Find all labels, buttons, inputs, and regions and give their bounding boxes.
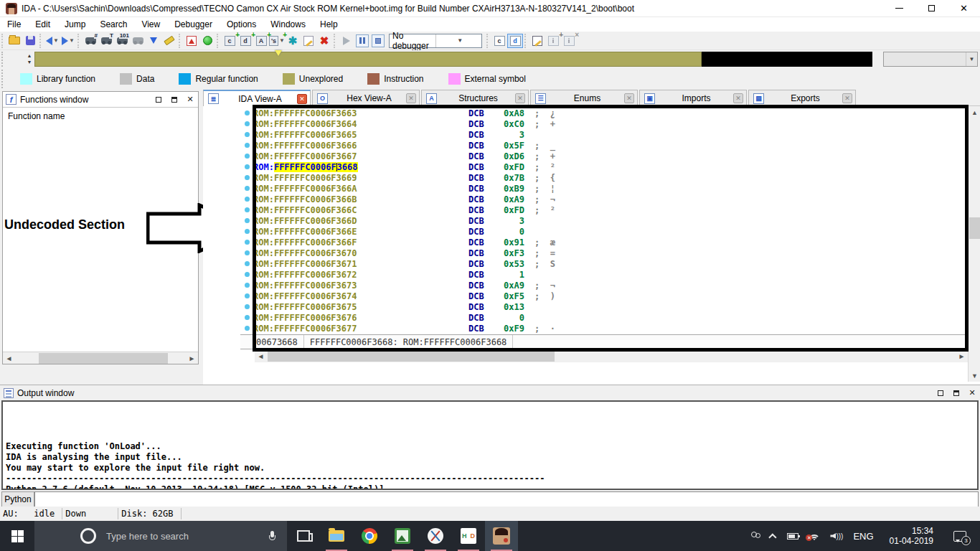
tab-structures[interactable]: AStructures✕: [421, 90, 529, 106]
tab-close-icon[interactable]: ✕: [406, 93, 416, 103]
scroll-left-icon[interactable]: ◄: [255, 350, 267, 362]
tab-exports[interactable]: ▤Exports✕: [748, 90, 856, 106]
save-icon[interactable]: [22, 34, 38, 48]
start-button[interactable]: [0, 521, 34, 551]
make-name-icon[interactable]: A+: [253, 34, 269, 48]
open-file-icon[interactable]: [6, 34, 22, 48]
debug-stop-icon[interactable]: [370, 34, 386, 48]
ida-pro-button[interactable]: [485, 521, 518, 551]
asm-line[interactable]: ROM:FFFFFFC0006F3672DCB1: [240, 269, 968, 280]
script-snippets-icon[interactable]: [529, 34, 545, 48]
scroll-right-icon[interactable]: ►: [956, 350, 968, 362]
language-button[interactable]: ENG: [848, 521, 878, 551]
asm-line[interactable]: ROM:FFFFFFC0006F366CDCB0xFD; ²: [240, 204, 968, 215]
scroll-right-icon[interactable]: ►: [186, 352, 198, 364]
listing-horizontal-scrollbar[interactable]: ◄ ►: [255, 350, 968, 362]
asm-line[interactable]: ROM:FFFFFFC0006F3666DCB0x5F; _: [240, 140, 968, 151]
debug-start-icon[interactable]: [339, 34, 354, 48]
debugger-select-arrow-icon[interactable]: ▼: [435, 34, 482, 47]
menu-item-jump[interactable]: Jump: [57, 18, 93, 31]
listing-vertical-scrollbar[interactable]: ▲ ▼: [968, 106, 980, 382]
tab-close-icon[interactable]: ✕: [624, 93, 634, 103]
asm-line[interactable]: ROM:FFFFFFC0006F3667DCB0xD6; +: [240, 151, 968, 161]
python-console-input[interactable]: [34, 491, 979, 507]
photo-editor-button[interactable]: [386, 521, 419, 551]
scrollbar-thumb[interactable]: [268, 351, 555, 362]
menu-item-windows[interactable]: Windows: [263, 18, 313, 31]
tab-close-icon[interactable]: ✕: [842, 93, 852, 103]
asm-line[interactable]: ROM:FFFFFFC0006F3677DCB0xF9; ·: [240, 323, 968, 334]
tab-ida-view-a[interactable]: ≣IDA View-A✕: [203, 90, 311, 106]
chrome-button[interactable]: [353, 521, 386, 551]
clock-button[interactable]: 15:34 01-04-2019: [879, 521, 944, 551]
menu-item-search[interactable]: Search: [93, 18, 134, 31]
navigate-back-icon[interactable]: ▼: [44, 34, 60, 48]
output-window-titlebar[interactable]: Output window ✕: [0, 385, 980, 400]
functions-maximize-button[interactable]: [151, 93, 166, 106]
asm-line[interactable]: ROM:FFFFFFC0006F3676DCB0: [240, 312, 968, 323]
scrollbar-thumb[interactable]: [39, 353, 168, 364]
output-close-button[interactable]: ✕: [964, 387, 980, 400]
menu-item-options[interactable]: Options: [220, 18, 263, 31]
navigation-band[interactable]: [34, 52, 702, 67]
task-view-button[interactable]: [287, 521, 320, 551]
snipping-tool-button[interactable]: [419, 521, 452, 551]
asm-line[interactable]: ROM:FFFFFFC0006F366BDCB0xA9; ¬: [240, 194, 968, 204]
microphone-icon[interactable]: [268, 531, 275, 541]
search-immediate-icon[interactable]: #: [83, 34, 98, 48]
asm-line[interactable]: ROM:FFFFFFC0006F366EDCB0: [240, 226, 968, 237]
add-breakpoint-icon[interactable]: i+: [545, 34, 561, 48]
taskbar-search[interactable]: Type here to search: [34, 521, 287, 551]
battery-button[interactable]: [782, 521, 804, 551]
asm-line[interactable]: ROM:FFFFFFC0006F3668DCB0xFD; ²: [240, 161, 968, 172]
hxd-button[interactable]: HxD: [452, 521, 485, 551]
scroll-left-icon[interactable]: ◄: [3, 352, 15, 364]
jump-address-icon[interactable]: [146, 34, 161, 48]
file-explorer-button[interactable]: [320, 521, 353, 551]
band-zoom-arrow-icon[interactable]: ▼: [966, 52, 977, 66]
menu-item-file[interactable]: File: [0, 18, 28, 31]
toolbar-grip[interactable]: [1, 52, 4, 67]
band-zoom-select[interactable]: ▼: [883, 52, 978, 67]
functions-horizontal-scrollbar[interactable]: ◄ ►: [3, 352, 198, 364]
make-array-icon[interactable]: ✱: [285, 34, 301, 48]
volume-button[interactable]: ))): [825, 521, 848, 551]
functions-close-button[interactable]: ✕: [182, 93, 198, 106]
tab-close-icon[interactable]: ✕: [297, 94, 307, 104]
menu-item-edit[interactable]: Edit: [28, 18, 57, 31]
make-string-icon[interactable]: 's+▼: [269, 34, 285, 48]
functions-float-button[interactable]: [166, 93, 182, 106]
people-button[interactable]: [745, 521, 766, 551]
output-maximize-button[interactable]: [933, 387, 948, 400]
asm-line[interactable]: ROM:FFFFFFC0006F3670DCB0xF3; =: [240, 248, 968, 258]
scroll-up-icon[interactable]: ▲: [969, 106, 980, 118]
asm-line[interactable]: ROM:FFFFFFC0006F3669DCB0x7B; {: [240, 172, 968, 183]
menu-item-view[interactable]: View: [134, 18, 167, 31]
search-again-icon[interactable]: [130, 34, 146, 48]
menu-item-help[interactable]: Help: [313, 18, 345, 31]
cortana-icon[interactable]: [80, 528, 96, 544]
asm-line[interactable]: ROM:FFFFFFC0006F366FDCB0x91; æ: [240, 237, 968, 248]
tab-close-icon[interactable]: ✕: [733, 93, 743, 103]
debugger-select[interactable]: No debugger ▼: [389, 34, 482, 48]
asm-line[interactable]: ROM:FFFFFFC0006F3664DCB0xC0; +: [240, 118, 968, 129]
search-flashlight-icon[interactable]: [161, 34, 177, 48]
asm-line[interactable]: ROM:FFFFFFC0006F366DDCB3: [240, 215, 968, 226]
functions-column-header[interactable]: Function name: [3, 108, 198, 125]
asm-line[interactable]: ROM:FFFFFFC0006F3671DCB0x53; S: [240, 258, 968, 269]
tab-close-icon[interactable]: ✕: [515, 93, 525, 103]
search-text-icon[interactable]: T: [98, 34, 114, 48]
debug-pause-icon[interactable]: [354, 34, 370, 48]
undefine-icon[interactable]: ✖: [316, 34, 332, 48]
tab-hex-view-a[interactable]: OHex View-A✕: [312, 90, 420, 106]
output-log[interactable]: · .. . ·. . , .. · . ,. · Executing func…: [1, 400, 979, 490]
output-float-button[interactable]: [948, 387, 964, 400]
make-code-icon[interactable]: c+: [222, 34, 237, 48]
asm-line[interactable]: ROM:FFFFFFC0006F3675DCB0x13: [240, 301, 968, 312]
tab-imports[interactable]: ▣Imports✕: [639, 90, 747, 106]
compile-script-icon[interactable]: c: [491, 34, 507, 48]
edit-comment-icon[interactable]: [301, 34, 316, 48]
asm-line[interactable]: ROM:FFFFFFC0006F3673DCB0xA9; ¬: [240, 280, 968, 291]
search-binary-icon[interactable]: 101: [114, 34, 130, 48]
tray-overflow-button[interactable]: [766, 521, 782, 551]
